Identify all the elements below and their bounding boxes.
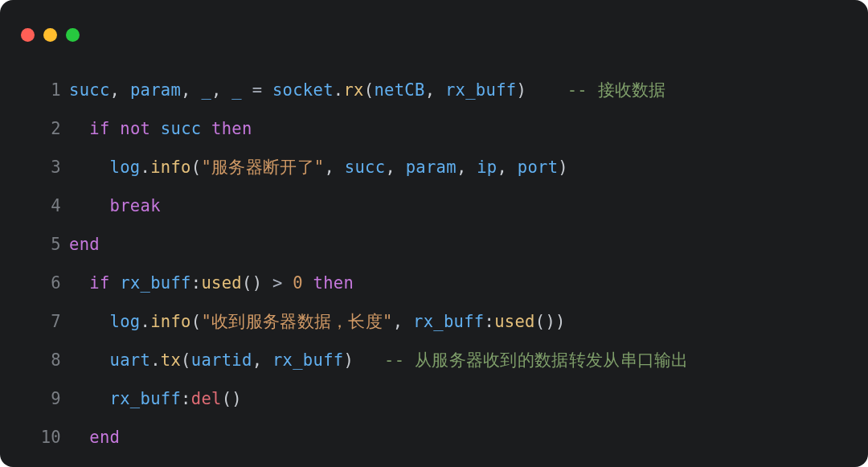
code-token: ()) [535, 312, 566, 331]
code-content: break [69, 186, 837, 225]
titlebar [0, 0, 868, 51]
code-token: ) [516, 80, 567, 100]
code-token: end [89, 428, 120, 447]
code-line: 7 log.info("收到服务器数据，长度", rx_buff:used()) [31, 302, 837, 341]
code-token: . [141, 312, 151, 331]
line-number: 8 [31, 341, 61, 379]
code-area: 1succ, param, _, _ = socket.rx(netCB, rx… [0, 51, 868, 467]
code-content: if not succ then [69, 109, 837, 148]
line-number: 10 [31, 418, 61, 457]
code-token: break [110, 196, 161, 215]
code-token [150, 119, 161, 138]
code-token: succ [161, 119, 202, 138]
code-content: end [69, 418, 837, 457]
code-token [303, 273, 313, 293]
code-token: : [181, 389, 191, 408]
code-line: 4 break [31, 186, 837, 225]
code-token: rx_buff [120, 273, 191, 293]
code-content: end [69, 225, 837, 264]
code-token: used [201, 273, 242, 293]
code-token: end [69, 235, 100, 254]
code-token [283, 273, 293, 293]
code-token: netCB [374, 80, 424, 100]
zoom-icon[interactable] [66, 28, 80, 42]
code-token: . [334, 80, 344, 100]
code-content: succ, param, _, _ = socket.rx(netCB, rx_… [69, 71, 837, 109]
code-token: tx [161, 350, 181, 370]
code-line: 8 uart.tx(uartid, rx_buff) -- 从服务器收到的数据转… [31, 341, 837, 379]
code-token: , [211, 80, 231, 100]
line-number: 3 [31, 148, 61, 186]
code-token: log [110, 158, 141, 177]
line-number: 5 [31, 225, 61, 264]
code-token: rx_buff [413, 312, 485, 331]
code-token: . [150, 350, 161, 370]
code-token: , [252, 350, 272, 370]
code-token: = [242, 80, 272, 100]
line-number: 6 [31, 264, 61, 302]
code-token: , [457, 158, 477, 177]
code-token [110, 119, 121, 138]
code-content: log.info("收到服务器数据，长度", rx_buff:used()) [69, 302, 837, 341]
close-icon[interactable] [21, 28, 35, 42]
code-token: port [518, 158, 559, 177]
code-token: () [222, 389, 242, 408]
code-line: 2 if not succ then [31, 109, 837, 148]
code-token: rx_buff [272, 350, 344, 370]
code-token: > [272, 273, 283, 293]
code-line: 6 if rx_buff:used() > 0 then [31, 264, 837, 302]
minimize-icon[interactable] [43, 28, 57, 42]
code-token: uart [110, 350, 151, 370]
code-token: ) [558, 158, 568, 177]
code-token: param [406, 158, 457, 177]
code-token: 0 [293, 273, 303, 293]
code-token: : [191, 273, 202, 293]
code-token: , [110, 80, 130, 100]
code-token: used [494, 312, 535, 331]
code-token: ) [343, 350, 384, 370]
code-token: param [130, 80, 181, 100]
code-token: succ [69, 80, 110, 100]
code-token: succ [345, 158, 386, 177]
code-token: rx_buff [445, 80, 517, 100]
code-token: : [485, 312, 495, 331]
code-token: -- 接收数据 [567, 80, 666, 100]
code-token: ( [181, 350, 191, 370]
line-number: 9 [31, 379, 61, 418]
code-token: . [141, 158, 151, 177]
code-window: 1succ, param, _, _ = socket.rx(netCB, rx… [0, 0, 868, 467]
code-token: then [211, 119, 252, 138]
line-number: 7 [31, 302, 61, 341]
code-token: , [425, 80, 445, 100]
code-token: del [191, 389, 222, 408]
code-token: not [120, 119, 150, 138]
code-token [110, 273, 121, 293]
code-line: 5end [31, 225, 837, 264]
line-number: 1 [31, 71, 61, 109]
code-token: "服务器断开了" [201, 158, 324, 177]
code-content: rx_buff:del() [69, 379, 837, 418]
code-token: _ [201, 80, 211, 100]
code-token: -- 从服务器收到的数据转发从串口输出 [384, 350, 689, 370]
code-token: then [313, 273, 354, 293]
code-token: log [110, 312, 141, 331]
code-token: () [242, 273, 272, 293]
code-line: 10 end [31, 418, 837, 457]
code-token: if [89, 119, 109, 138]
code-token: , [497, 158, 517, 177]
code-content: log.info("服务器断开了", succ, param, ip, port… [69, 148, 837, 186]
code-token: , [385, 158, 405, 177]
code-line: 1succ, param, _, _ = socket.rx(netCB, rx… [31, 71, 837, 109]
code-token: ( [191, 158, 202, 177]
code-token [201, 119, 211, 138]
code-token: _ [231, 80, 242, 100]
code-token: uartid [191, 350, 252, 370]
code-token: rx [343, 80, 363, 100]
code-token: if [89, 273, 109, 293]
code-token: ip [477, 158, 497, 177]
code-token: socket [272, 80, 334, 100]
code-content: uart.tx(uartid, rx_buff) -- 从服务器收到的数据转发从… [69, 341, 837, 379]
code-token: info [150, 158, 191, 177]
code-content: if rx_buff:used() > 0 then [69, 264, 837, 302]
code-line: 3 log.info("服务器断开了", succ, param, ip, po… [31, 148, 837, 186]
